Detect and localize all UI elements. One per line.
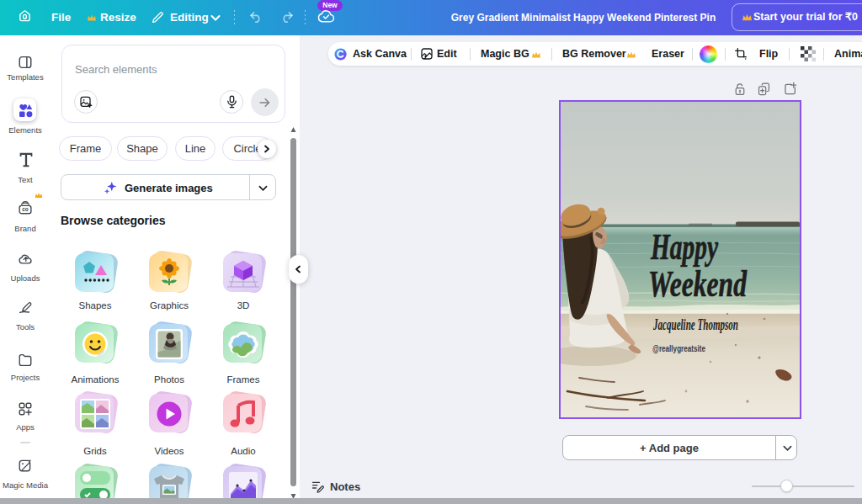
svg-text:Jacqueline Thompson: Jacqueline Thompson [652, 316, 738, 333]
svg-text:Happy: Happy [650, 225, 718, 268]
svg-text:Weekend: Weekend [648, 263, 748, 305]
svg-text:@reallygreatsite: @reallygreatsite [652, 344, 705, 353]
svg-text:co: co [22, 206, 29, 212]
